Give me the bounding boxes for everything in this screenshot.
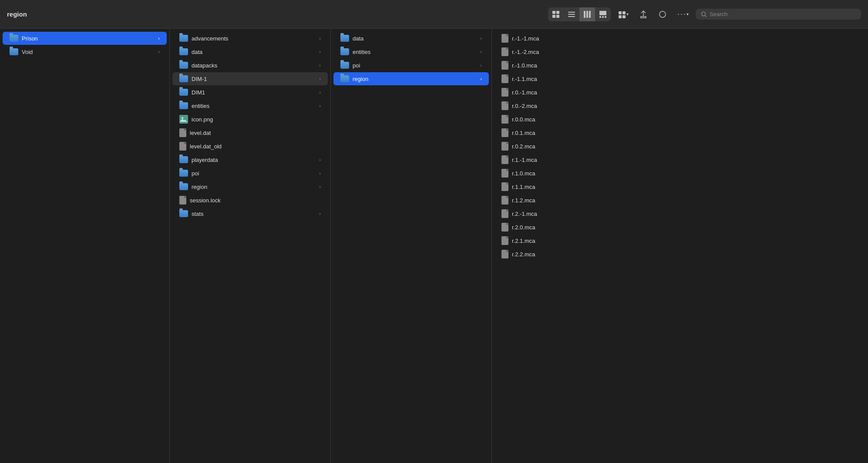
search-bar[interactable] (696, 9, 861, 20)
list-item[interactable]: r.0.-1.mca (495, 86, 865, 99)
search-input[interactable] (710, 11, 856, 17)
list-item[interactable]: level.dat (172, 126, 328, 139)
chevron-right-icon: › (158, 49, 160, 54)
item-label: r.1.2.mca (512, 197, 858, 204)
sidebar-column: Prison›Void› (0, 29, 170, 463)
file-icon (501, 115, 508, 124)
folder-icon (179, 75, 188, 82)
view-grid-button[interactable] (548, 7, 564, 21)
chevron-right-icon: › (158, 36, 160, 41)
item-label: DIM1 (192, 89, 316, 96)
file-icon (501, 223, 508, 232)
chevron-right-icon: › (319, 76, 321, 81)
list-item[interactable]: r.-1.-1.mca (495, 32, 865, 45)
view-toggle-group (548, 7, 611, 21)
svg-rect-10 (599, 11, 606, 15)
list-item[interactable]: r.1.1.mca (495, 180, 865, 193)
list-item[interactable]: r.0.1.mca (495, 126, 865, 139)
list-item[interactable]: level.dat_old (172, 140, 328, 153)
file-icon (501, 209, 508, 218)
list-item[interactable]: Void› (3, 45, 167, 58)
chevron-right-icon: › (319, 184, 321, 189)
list-item[interactable]: r.2.-1.mca (495, 207, 865, 220)
item-label: stats (192, 211, 316, 217)
list-item[interactable]: DIM-1› (172, 72, 328, 85)
list-item[interactable]: Prison› (3, 32, 167, 45)
list-item[interactable]: r.1.-1.mca (495, 153, 865, 166)
file-icon (501, 169, 508, 178)
group-button[interactable]: ▾ (614, 7, 632, 21)
item-label: Prison (22, 35, 155, 42)
item-label: poi (192, 170, 316, 177)
share-button[interactable] (636, 7, 651, 21)
file-icon (501, 182, 508, 191)
svg-rect-14 (619, 11, 622, 14)
file-icon (501, 236, 508, 245)
list-item[interactable]: DIM1› (172, 86, 328, 99)
folder-icon (179, 156, 188, 163)
list-item[interactable]: region› (333, 72, 489, 85)
file-icon (501, 61, 508, 70)
list-item[interactable]: r.-1.1.mca (495, 72, 865, 85)
list-item[interactable]: region› (172, 180, 328, 193)
file-icon (501, 34, 508, 43)
item-label: advancements (192, 35, 316, 42)
folder-icon (340, 35, 349, 42)
svg-rect-5 (568, 14, 575, 15)
list-item[interactable]: playerdata› (172, 153, 328, 166)
folder-icon (179, 89, 188, 96)
chevron-right-icon: › (319, 63, 321, 68)
view-gallery-button[interactable] (595, 7, 611, 21)
list-item[interactable]: datapacks› (172, 59, 328, 72)
list-item[interactable]: r.1.0.mca (495, 167, 865, 180)
list-item[interactable]: r.2.2.mca (495, 248, 865, 261)
svg-rect-11 (599, 16, 601, 18)
item-label: r.1.0.mca (512, 170, 858, 177)
list-item[interactable]: r.0.2.mca (495, 140, 865, 153)
item-label: playerdata (192, 157, 316, 163)
view-column-button[interactable] (579, 7, 595, 21)
more-button[interactable]: ··· ▾ (674, 7, 692, 21)
list-item[interactable]: entities› (333, 45, 489, 58)
file-icon (501, 88, 508, 97)
list-item[interactable]: advancements› (172, 32, 328, 45)
folder-icon (179, 210, 188, 217)
list-item[interactable]: entities› (172, 99, 328, 112)
list-item[interactable]: r.-1.-2.mca (495, 45, 865, 58)
item-label: session.lock (190, 197, 321, 204)
folder-icon (340, 62, 349, 69)
svg-rect-13 (605, 16, 606, 18)
item-label: entities (353, 49, 477, 55)
list-item[interactable]: r.2.1.mca (495, 234, 865, 247)
file-icon (501, 74, 508, 83)
chevron-right-icon: › (319, 90, 321, 95)
list-item[interactable]: data› (172, 45, 328, 58)
item-label: icon.png (192, 116, 321, 123)
list-item[interactable]: r.1.2.mca (495, 194, 865, 207)
list-item[interactable]: icon.png (172, 113, 328, 126)
file-icon (501, 101, 508, 110)
folder-icon (179, 48, 188, 55)
chevron-right-icon: › (319, 103, 321, 108)
list-item[interactable]: poi› (333, 59, 489, 72)
view-list-button[interactable] (564, 7, 579, 21)
file-icon (501, 155, 508, 164)
item-label: r.1.1.mca (512, 184, 858, 190)
svg-rect-7 (584, 11, 585, 18)
list-item[interactable]: session.lock (172, 194, 328, 207)
list-item[interactable]: r.0.0.mca (495, 113, 865, 126)
item-label: data (353, 35, 477, 42)
chevron-right-icon: › (319, 49, 321, 54)
list-item[interactable]: poi› (172, 167, 328, 180)
list-item[interactable]: data› (333, 32, 489, 45)
chevron-right-icon: › (319, 36, 321, 41)
tag-button[interactable] (655, 7, 670, 21)
list-item[interactable]: r.-1.0.mca (495, 59, 865, 72)
list-item[interactable]: r.0.-2.mca (495, 99, 865, 112)
list-item[interactable]: r.2.0.mca (495, 221, 865, 234)
item-label: r.0.-2.mca (512, 103, 858, 109)
svg-rect-4 (568, 12, 575, 13)
list-item[interactable]: stats› (172, 207, 328, 220)
svg-rect-17 (622, 15, 626, 18)
column-2: advancements›data›datapacks›DIM-1›DIM1›e… (170, 29, 331, 463)
